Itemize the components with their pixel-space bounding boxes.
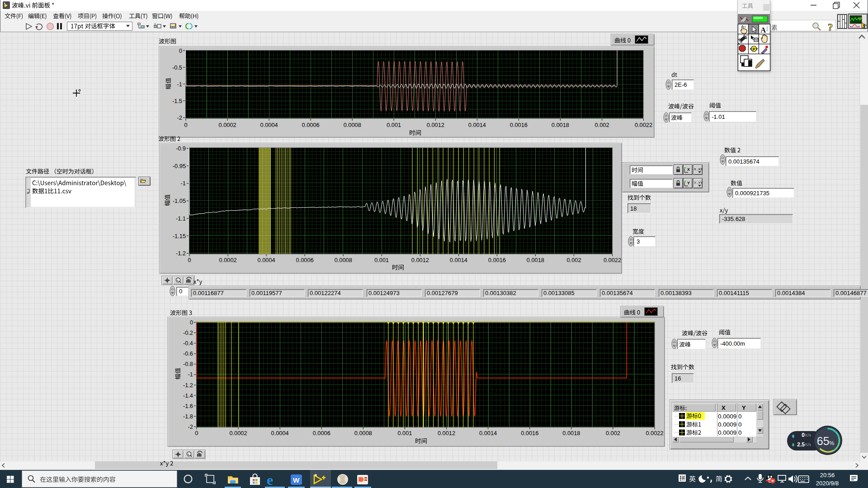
- svg-text:P: P: [753, 47, 755, 52]
- svg-text:A: A: [760, 26, 766, 34]
